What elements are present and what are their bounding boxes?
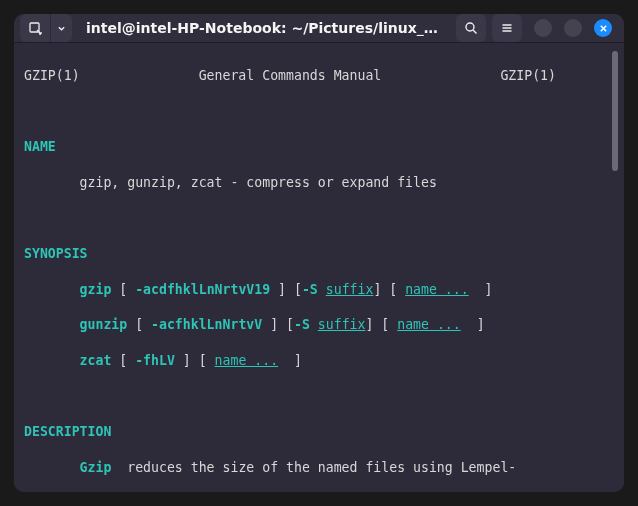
zcat-opts: -fhLV	[135, 353, 175, 368]
section-description: DESCRIPTION	[24, 424, 111, 439]
gzip-s-opt: -S	[302, 282, 318, 297]
gzip-name-arg: name ...	[405, 282, 469, 297]
terminal-viewport[interactable]: GZIP(1) General Commands Manual GZIP(1) …	[14, 43, 624, 492]
gunzip-name-arg: name ...	[397, 317, 461, 332]
scrollbar[interactable]	[610, 49, 620, 492]
name-text: gzip, gunzip, zcat - compress or expand …	[80, 175, 437, 190]
hamburger-icon	[500, 21, 514, 35]
header-right: GZIP(1)	[500, 68, 556, 83]
new-tab-button[interactable]	[20, 14, 50, 42]
svg-line-5	[473, 30, 477, 34]
close-icon	[599, 24, 608, 33]
header-center: General Commands Manual	[199, 68, 382, 83]
man-header: GZIP(1) General Commands Manual GZIP(1)	[24, 67, 610, 85]
titlebar: intel@intel-HP-Notebook: ~/Pictures/linu…	[14, 14, 624, 43]
terminal-content: GZIP(1) General Commands Manual GZIP(1) …	[24, 49, 610, 492]
new-tab-icon	[28, 21, 42, 35]
gzip-opts: -acdfhklLnNrtvV19	[135, 282, 270, 297]
gunzip-s-opt: -S	[294, 317, 310, 332]
gunzip-s-arg: suffix	[318, 317, 366, 332]
new-tab-dropdown[interactable]	[50, 14, 72, 42]
desc-gzip1: Gzip	[80, 460, 112, 475]
header-left: GZIP(1)	[24, 68, 80, 83]
desc-l1: reduces the size of the named files usin…	[111, 460, 516, 475]
syn-gzip: gzip	[80, 282, 112, 297]
gzip-s-arg: suffix	[326, 282, 374, 297]
maximize-button[interactable]	[564, 19, 582, 37]
close-button[interactable]	[594, 19, 612, 37]
terminal-window: intel@intel-HP-Notebook: ~/Pictures/linu…	[14, 14, 624, 492]
menu-button[interactable]	[492, 14, 522, 42]
section-synopsis: SYNOPSIS	[24, 246, 88, 261]
svg-point-4	[466, 23, 474, 31]
search-button[interactable]	[456, 14, 486, 42]
new-tab-group	[20, 14, 72, 42]
window-controls	[534, 19, 612, 37]
window-title: intel@intel-HP-Notebook: ~/Pictures/linu…	[78, 20, 450, 36]
scrollbar-thumb[interactable]	[612, 51, 618, 171]
zcat-name-arg: name ...	[215, 353, 279, 368]
minimize-button[interactable]	[534, 19, 552, 37]
chevron-down-icon	[57, 24, 66, 33]
section-name: NAME	[24, 139, 56, 154]
syn-gunzip: gunzip	[80, 317, 128, 332]
gunzip-opts: -acfhklLnNrtvV	[151, 317, 262, 332]
syn-zcat: zcat	[80, 353, 112, 368]
search-icon	[464, 21, 478, 35]
